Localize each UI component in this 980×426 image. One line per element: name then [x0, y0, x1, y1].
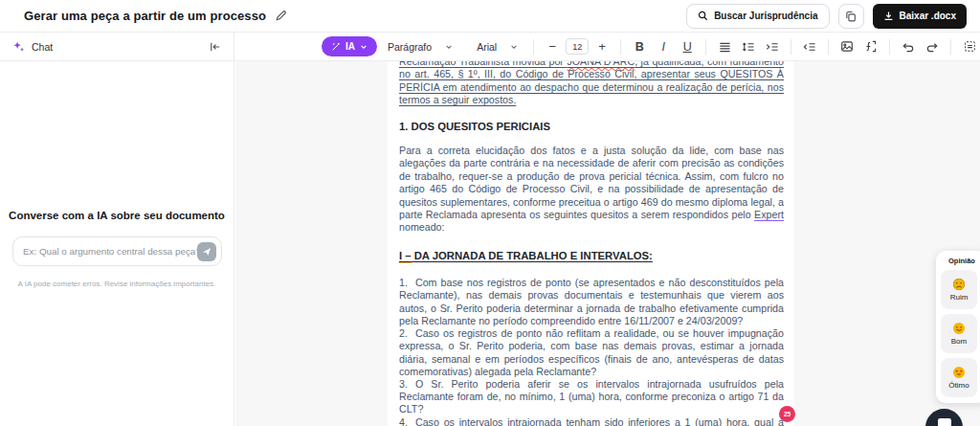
document-heading: 1. DOS QUESITOS PERICIAIS	[399, 121, 784, 133]
undo-icon	[902, 41, 915, 53]
outdent-button[interactable]	[799, 36, 820, 57]
feedback-good-button[interactable]: Bom	[941, 314, 977, 353]
bold-button[interactable]: B	[629, 36, 650, 57]
page-title: Gerar uma peça a partir de um processo	[24, 9, 266, 23]
document-content: Reclamação Trabalhista movida por JOANA …	[388, 61, 794, 426]
feedback-bad-button[interactable]: Ruim	[941, 270, 977, 309]
document-paragraph: Para a correta elucidação dos fatos e a …	[399, 145, 784, 235]
download-docx-button[interactable]: Baixar .docx	[873, 4, 967, 29]
redo-icon	[925, 41, 939, 53]
divider	[620, 39, 621, 55]
underline-button[interactable]: U	[677, 36, 698, 57]
chat-header-label: Chat	[32, 41, 53, 53]
insert-field-button[interactable]	[860, 36, 881, 57]
feedback-great-button[interactable]: Ótimo	[941, 358, 977, 397]
redo-button[interactable]	[922, 36, 943, 57]
chevron-down-icon	[445, 43, 453, 51]
divider	[533, 39, 534, 55]
divider	[828, 39, 829, 55]
search-jurisprudence-button[interactable]: Buscar Jurisprudência	[686, 4, 829, 29]
align-justify-icon	[719, 41, 731, 53]
divider	[950, 39, 951, 55]
magic-wand-icon	[331, 42, 341, 52]
chat-bubble-icon	[936, 417, 953, 426]
chat-header: Chat	[0, 33, 234, 60]
sparkles-icon	[12, 40, 25, 53]
line-spacing-icon	[742, 41, 755, 53]
sad-face-icon	[952, 278, 966, 291]
send-message-button[interactable]	[197, 242, 216, 261]
editor-area: Reclamação Trabalhista movida por JOANA …	[235, 61, 980, 426]
collapse-sidebar-icon[interactable]	[209, 41, 221, 53]
align-justify-button[interactable]	[714, 36, 735, 57]
opinion-panel: Opinião Ruim Bom Ótimo	[936, 251, 980, 403]
italic-button[interactable]: I	[653, 36, 674, 57]
document-heading: I – DA JORNADA DE TRABALHO E INTERVALOS:	[399, 250, 784, 262]
document-list-item: 2.Caso os registros de ponto não reflita…	[399, 327, 784, 378]
chevron-down-icon	[360, 43, 368, 51]
send-icon	[202, 247, 212, 257]
document-list-item: 4.Caso os intervalos intrajornada tenham…	[399, 416, 784, 426]
topbar-actions: Buscar Jurisprudência Baixar .docx	[686, 4, 967, 29]
feedback-label: Ruim	[950, 293, 969, 302]
edit-title-icon[interactable]	[275, 10, 287, 22]
document-list-item: 3.O Sr. Perito poderia aferir se os inte…	[399, 378, 784, 416]
ai-disclaimer: A IA pode cometer erros. Revise informaç…	[0, 280, 234, 288]
top-bar: Gerar uma peça a partir de um processo B…	[0, 0, 980, 33]
opinion-title: Opinião	[941, 257, 980, 265]
undo-button[interactable]	[898, 36, 919, 57]
copy-document-button[interactable]	[838, 4, 864, 29]
divider	[889, 39, 890, 55]
chat-heading: Converse com a IA sobre seu documento	[0, 210, 234, 221]
indent-decrease-icon	[803, 41, 816, 53]
download-icon	[883, 11, 894, 21]
spellcheck-flagged-text: Expert	[754, 209, 784, 220]
chat-sidebar: Converse com a IA sobre seu documento A …	[0, 61, 234, 426]
formatting-toolbar: IA Parágrafo Arial − 12 + B I U	[234, 33, 980, 60]
smile-face-icon	[952, 322, 966, 335]
grammar-flagged-text: I –	[399, 250, 412, 263]
font-family-select[interactable]: Arial	[463, 36, 525, 57]
copy-icon	[845, 11, 857, 22]
selection-box-icon	[964, 40, 976, 53]
document-list-item: 1.Com base nos registros de ponto (se ap…	[399, 277, 784, 327]
image-icon	[840, 40, 854, 53]
insert-image-button[interactable]	[836, 36, 858, 57]
decrease-font-size-button[interactable]: −	[542, 36, 563, 57]
indent-increase-icon	[766, 41, 779, 53]
field-placeholder-icon	[864, 40, 878, 53]
indent-button[interactable]	[762, 36, 783, 57]
heart-eyes-face-icon	[952, 366, 966, 379]
increase-font-size-button[interactable]: +	[591, 36, 612, 57]
divider	[705, 39, 706, 55]
search-icon	[698, 11, 708, 21]
sub-bar: Chat IA Parágrafo Arial − 12 +	[0, 33, 980, 61]
font-size-value[interactable]: 12	[566, 38, 589, 55]
chat-input-container	[12, 236, 222, 266]
feedback-label: Ótimo	[948, 381, 969, 390]
chat-input[interactable]	[23, 246, 197, 257]
page-layout-button[interactable]	[959, 36, 980, 57]
line-spacing-button[interactable]	[738, 36, 759, 57]
document-paragraph: Reclamação Trabalhista movida por JOANA …	[399, 61, 784, 107]
chevron-down-icon	[510, 43, 518, 51]
spellcheck-flagged-text: JOANA D'ARC	[567, 61, 635, 67]
feedback-label: Bom	[951, 337, 967, 346]
issues-count-badge[interactable]: 25	[779, 406, 795, 422]
document-page[interactable]: Reclamação Trabalhista movida por JOANA …	[388, 61, 794, 426]
divider	[791, 39, 791, 55]
ai-menu-button[interactable]: IA	[322, 36, 377, 56]
paragraph-style-select[interactable]: Parágrafo	[380, 36, 460, 57]
